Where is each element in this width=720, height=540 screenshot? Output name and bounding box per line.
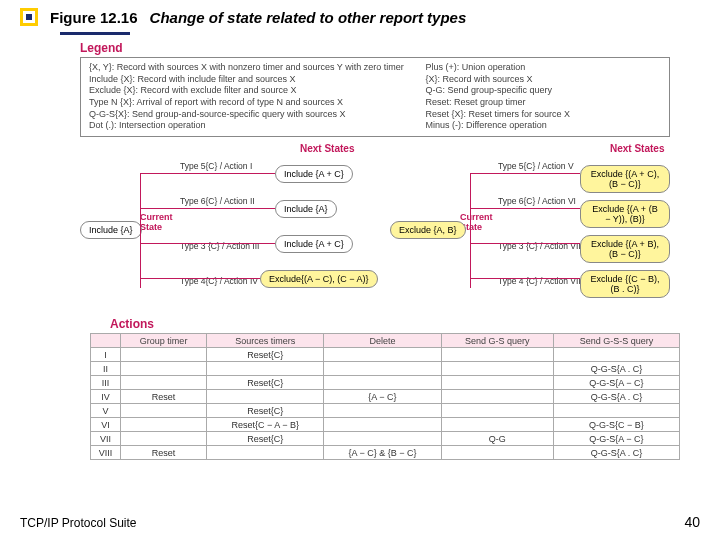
- table-cell: Q-G-S{A . C}: [553, 446, 679, 460]
- legend-box: {X, Y}: Record with sources X with nonze…: [80, 57, 670, 137]
- table-cell: I: [91, 348, 121, 362]
- table-cell: [207, 362, 324, 376]
- table-row: IReset{C}: [91, 348, 680, 362]
- connector: [140, 173, 141, 288]
- state-target: Exclude {(A + B), (B − C)}: [580, 235, 670, 263]
- legend-item: Q-G-S{X}: Send group-and-source-specific…: [89, 109, 425, 121]
- table-row: IVReset{A − C}Q-G-S{A . C}: [91, 390, 680, 404]
- bullet-icon: [20, 8, 38, 26]
- table-cell: [121, 348, 207, 362]
- table-cell: IV: [91, 390, 121, 404]
- next-states-label: Next States: [300, 143, 354, 154]
- legend-right: Plus (+): Union operation {X}: Record wi…: [425, 62, 661, 132]
- table-row: IIIReset{C}Q-G-S{A − C}: [91, 376, 680, 390]
- table-cell: [121, 404, 207, 418]
- legend-item: Reset: Reset group timer: [425, 97, 661, 109]
- state-target: Exclude {(A + C), (B − C)}: [580, 165, 670, 193]
- edge-label: Type 5{C} / Action V: [498, 161, 574, 171]
- table-cell: [324, 362, 442, 376]
- state-target: Include {A + C}: [275, 235, 353, 253]
- edge-label: Type 5{C} / Action I: [180, 161, 252, 171]
- legend-item: Reset {X}: Reset timers for source X: [425, 109, 661, 121]
- footer-left: TCP/IP Protocol Suite: [20, 516, 137, 530]
- figure-title: Change of state related to other report …: [150, 9, 467, 26]
- state-current-right: Exclude {A, B}: [390, 221, 466, 239]
- table-cell: [441, 390, 553, 404]
- legend-item: Dot (.): Intersection operation: [89, 120, 425, 132]
- connector: [140, 243, 275, 244]
- table-cell: Reset{C}: [207, 404, 324, 418]
- table-row: VReset{C}: [91, 404, 680, 418]
- legend-item: {X}: Record with sources X: [425, 74, 661, 86]
- table-cell: [324, 404, 442, 418]
- col-sources-timers: Sources timers: [207, 334, 324, 348]
- table-cell: [207, 446, 324, 460]
- edge-label: Type 6{C} / Action VI: [498, 196, 576, 206]
- legend-item: Type N {X}: Arrival of report with recor…: [89, 97, 425, 109]
- table-cell: Reset{C}: [207, 432, 324, 446]
- table-cell: [441, 446, 553, 460]
- legend-item: {X, Y}: Record with sources X with nonze…: [89, 62, 425, 74]
- connector: [470, 173, 471, 288]
- state-target: Include {A}: [275, 200, 337, 218]
- table-cell: Reset: [121, 446, 207, 460]
- table-cell: Q-G-S{C − B}: [553, 418, 679, 432]
- col-group-timer: Group timer: [121, 334, 207, 348]
- state-target: Exclude {(A + (B − Y)), (B)}: [580, 200, 670, 228]
- table-cell: [324, 376, 442, 390]
- table-cell: VI: [91, 418, 121, 432]
- table-row: VIReset{C − A − B}Q-G-S{C − B}: [91, 418, 680, 432]
- table-cell: [441, 404, 553, 418]
- legend-title: Legend: [80, 41, 700, 55]
- table-cell: [324, 432, 442, 446]
- slide-header: Figure 12.16 Change of state related to …: [20, 8, 700, 26]
- col-send-gss: Send G-S-S query: [553, 334, 679, 348]
- table-cell: V: [91, 404, 121, 418]
- legend-item: Include {X}: Record with include filter …: [89, 74, 425, 86]
- table-cell: {A − C} & {B − C}: [324, 446, 442, 460]
- table-cell: III: [91, 376, 121, 390]
- edge-label: Type 6{C} / Action II: [180, 196, 255, 206]
- legend-left: {X, Y}: Record with sources X with nonze…: [89, 62, 425, 132]
- table-cell: Reset{C}: [207, 348, 324, 362]
- table-cell: [324, 348, 442, 362]
- table-header-row: Group timer Sources timers Delete Send G…: [91, 334, 680, 348]
- table-cell: VII: [91, 432, 121, 446]
- next-states-label: Next States: [610, 143, 664, 154]
- table-row: IIQ-G-S{A . C}: [91, 362, 680, 376]
- table-cell: [121, 376, 207, 390]
- table-cell: Q-G-S{A . C}: [553, 390, 679, 404]
- table-cell: [121, 362, 207, 376]
- table-cell: [441, 362, 553, 376]
- table-cell: [553, 348, 679, 362]
- state-target: Exclude {(C − B), (B . C)}: [580, 270, 670, 298]
- connector: [470, 243, 580, 244]
- connector: [470, 278, 580, 279]
- table-cell: Q-G-S{A − C}: [553, 432, 679, 446]
- table-cell: [121, 418, 207, 432]
- col-send-gs: Send G-S query: [441, 334, 553, 348]
- table-cell: VIII: [91, 446, 121, 460]
- table-cell: Q-G-S{A . C}: [553, 362, 679, 376]
- connector: [140, 173, 275, 174]
- table-cell: [207, 390, 324, 404]
- table-cell: [441, 418, 553, 432]
- state-target: Exclude{(A − C), (C − A)}: [260, 270, 378, 288]
- table-cell: [441, 376, 553, 390]
- col-delete: Delete: [324, 334, 442, 348]
- current-state-label: Current State: [140, 213, 173, 233]
- actions-table: Group timer Sources timers Delete Send G…: [90, 333, 680, 460]
- state-current-left: Include {A}: [80, 221, 142, 239]
- connector: [470, 173, 580, 174]
- connector: [470, 208, 580, 209]
- table-cell: [553, 404, 679, 418]
- state-target: Include {A + C}: [275, 165, 353, 183]
- table-cell: [121, 432, 207, 446]
- actions-title: Actions: [110, 317, 700, 331]
- table-row: VIIReset{C}Q-GQ-G-S{A − C}: [91, 432, 680, 446]
- table-row: VIIIReset{A − C} & {B − C}Q-G-S{A . C}: [91, 446, 680, 460]
- connector: [140, 208, 275, 209]
- table-cell: {A − C}: [324, 390, 442, 404]
- table-cell: Reset{C − A − B}: [207, 418, 324, 432]
- table-cell: Q-G-S{A − C}: [553, 376, 679, 390]
